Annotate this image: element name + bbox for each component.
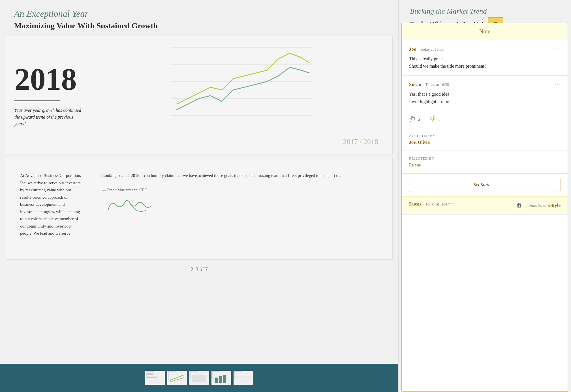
chart-label: 2017 / 2018: [343, 138, 378, 146]
slide-2[interactable]: At Advanced Business Corporation, Inc. w…: [6, 158, 393, 260]
thumbs-down-icon: [429, 115, 436, 124]
dislike-count: 1: [438, 117, 440, 122]
accepted-by-value: Joe, Olivia: [409, 140, 561, 145]
thumb-2-inner: [168, 371, 187, 384]
thumb-1-inner: [146, 371, 164, 384]
thumbs-up-icon: [409, 115, 416, 124]
ceo-name: — Fredo Mustermann, CEO: [102, 188, 384, 192]
rejected-by-label: REJECTED BY: [409, 157, 561, 161]
thumbnail-strip: [0, 364, 398, 392]
thumbnail-1[interactable]: [145, 371, 165, 385]
comment-susan-body: Yes, that's a good idea. I will highligh…: [409, 91, 561, 105]
right-title: Bucking the Market Trend: [410, 7, 560, 16]
right-panel: Bucking the Market Trend Product Shipmen…: [398, 0, 571, 392]
main-container: An Exceptional Year Maximizing Value Wit…: [0, 0, 571, 392]
dislike-button[interactable]: 1: [429, 115, 440, 124]
thumbnail-3[interactable]: [189, 371, 209, 385]
svg-rect-18: [223, 375, 226, 383]
like-count: 2: [418, 117, 420, 122]
accepted-by-label: ACCEPTED BY: [409, 134, 561, 138]
slide-2-right: Looking back at 2018, I can humbly claim…: [91, 158, 392, 259]
comment-joe-body: This is really great. Should we make the…: [409, 55, 561, 70]
ceo-quote: Looking back at 2018, I can humbly claim…: [102, 172, 384, 179]
comment-joe-line1: This is really great.: [409, 55, 561, 63]
signature-area: — Fredo Mustermann, CEO: [102, 185, 384, 218]
comment-susan-line2: I will highlight it more.: [409, 98, 561, 105]
note-panel-header: Note: [402, 23, 568, 40]
accepted-by-section: ACCEPTED BY Joe, Olivia: [402, 128, 568, 151]
bottom-comment-header: Lucas Today at 16:47 ···: [409, 201, 455, 207]
comment-susan-author: Susan: [409, 82, 421, 87]
thumb-4-inner: [212, 371, 231, 384]
bottom-comment: Lucas Today at 16:47 ··· 🗑 hanks Susan! …: [402, 196, 568, 215]
year-display: 2018: [14, 64, 82, 95]
comment-susan: Susan Today at 16:35 ··· Yes, that's a g…: [402, 76, 568, 111]
bottom-comment-author-area: Lucas Today at 16:47: [409, 201, 449, 207]
comment-joe-more[interactable]: ···: [555, 46, 561, 52]
lucas-more[interactable]: ···: [449, 201, 455, 207]
comment-susan-time: Today at 16:35: [425, 83, 449, 87]
left-panel: An Exceptional Year Maximizing Value Wit…: [0, 0, 398, 392]
svg-rect-13: [192, 375, 206, 382]
lucas-author: Lucas: [409, 201, 421, 207]
comment-joe-line2: Should we make the title more prominent?: [409, 63, 561, 70]
slide-2-left: At Advanced Business Corporation, Inc. w…: [6, 158, 91, 259]
trash-icon[interactable]: 🗑: [516, 202, 522, 209]
comment-susan-header: Susan Today at 16:35 ···: [409, 81, 561, 88]
thumbnail-5[interactable]: [234, 371, 253, 385]
reactions-area: 2 1: [402, 111, 568, 128]
thumb-5-inner: [234, 371, 253, 384]
thumb-3-inner: [190, 371, 209, 384]
slide-subtitle: Maximizing Value With Sustained Growth: [14, 21, 384, 30]
comment-joe-author-area: Joe Today at 16:35: [409, 46, 444, 52]
comment-joe: Joe Today at 16:35 ··· This is really gr…: [402, 40, 568, 76]
svg-rect-19: [235, 372, 252, 384]
slide-1-left: 2018 Year over year growth has continued…: [6, 36, 91, 155]
slide-1[interactable]: 2018 Year over year growth has continued…: [6, 36, 393, 155]
page-indicator: 2–3 of 7: [0, 262, 398, 277]
comment-susan-more[interactable]: ···: [555, 81, 561, 88]
svg-rect-16: [215, 378, 218, 383]
thumbnail-4[interactable]: [211, 371, 231, 385]
slide-1-chart: 2017 / 2018: [91, 36, 392, 155]
like-button[interactable]: 2: [409, 115, 420, 124]
company-text: At Advanced Business Corporation, Inc. w…: [20, 172, 82, 237]
comment-susan-author-area: Susan Today at 16:35: [409, 82, 449, 87]
thumbnail-2[interactable]: [167, 371, 187, 385]
comment-joe-header: Joe Today at 16:35 ···: [409, 46, 561, 52]
growth-text: Year over year growth has continued the …: [14, 107, 82, 127]
comment-joe-author: Joe: [409, 46, 416, 52]
chart-svg: [99, 42, 384, 121]
bottom-comment-text: hanks Susan!: [526, 203, 550, 208]
svg-rect-6: [147, 373, 153, 375]
signature-svg: [102, 194, 153, 217]
svg-rect-17: [219, 376, 222, 383]
lucas-time: Today at 16:47: [425, 202, 449, 206]
slide-area: An Exceptional Year Maximizing Value Wit…: [0, 0, 398, 364]
comment-susan-line1: Yes, that's a good idea.: [409, 91, 561, 98]
rejected-by-value: Lucas: [409, 162, 561, 168]
rejected-by-section: REJECTED BY Lucas: [402, 151, 568, 173]
note-panel-content[interactable]: Joe Today at 16:35 ··· This is really gr…: [402, 40, 568, 391]
slide-header: An Exceptional Year Maximizing Value Wit…: [0, 0, 398, 36]
note-panel: Note Joe Today at 16:35 ··· This is real…: [401, 23, 568, 392]
comment-joe-time: Today at 16:35: [420, 47, 444, 52]
slide-title: An Exceptional Year: [14, 8, 384, 19]
set-status-button[interactable]: Set Status...: [409, 178, 561, 192]
style-button[interactable]: Style: [550, 203, 561, 208]
year-underline: [14, 100, 60, 101]
